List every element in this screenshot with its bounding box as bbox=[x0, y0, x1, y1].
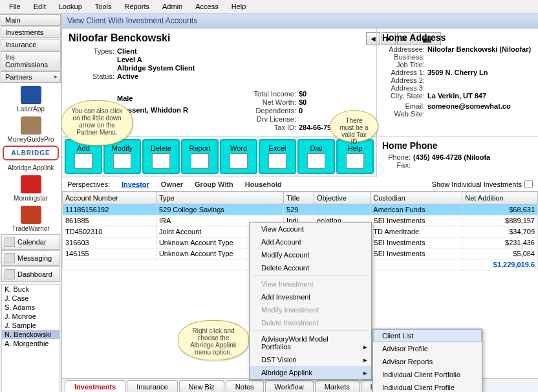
ctx-delete-investment: Delete Investment bbox=[250, 316, 371, 329]
user-item[interactable]: A. Morgenthie bbox=[2, 339, 59, 348]
tool-report[interactable]: Report bbox=[181, 139, 219, 174]
tool-word[interactable]: Word bbox=[220, 139, 257, 174]
sub-client-list[interactable]: Client List bbox=[373, 329, 482, 342]
user-list[interactable]: K. BuckJ. CaseS. AdamsJ. MonroeJ. Sample… bbox=[1, 284, 60, 392]
col-header[interactable]: Type bbox=[156, 192, 283, 204]
sub-individual-client-portfolio[interactable]: Individual Client Portfolio bbox=[373, 368, 482, 381]
context-menu[interactable]: View AccountAdd AccountModify AccountDel… bbox=[249, 222, 372, 380]
ctx-add-account[interactable]: Add Account bbox=[250, 235, 371, 248]
menu-admin[interactable]: Admin bbox=[156, 1, 189, 12]
home-address-heading: Home Address bbox=[382, 32, 533, 43]
col-header[interactable]: Objective bbox=[314, 192, 370, 204]
sub-advisor-profile[interactable]: Advisor Profile bbox=[373, 342, 482, 355]
callout-rightclick: Right click and choose the Albridge Appl… bbox=[178, 320, 249, 360]
sidebar: MainInvestmentsInsuranceIns CommissionsP… bbox=[0, 14, 62, 392]
user-item[interactable]: J. Case bbox=[2, 294, 59, 303]
tab-investments[interactable]: Investments bbox=[65, 380, 125, 392]
user-item[interactable]: K. Buck bbox=[2, 285, 59, 294]
ctx-modify-account[interactable]: Modify Account bbox=[250, 248, 371, 261]
sidegroup-partners[interactable]: Partners bbox=[1, 71, 61, 83]
callout-partner-arrow: You can also click on the little down ar… bbox=[61, 100, 133, 146]
ctx-view-investment: View Investment bbox=[250, 278, 371, 290]
col-header[interactable]: Custodian bbox=[371, 192, 462, 204]
menu-file[interactable]: File bbox=[3, 1, 27, 12]
albridge-submenu[interactable]: Client ListAdvisor ProfileAdvisor Report… bbox=[372, 329, 482, 392]
sidegroup-ins-commissions[interactable]: Ins Commissions bbox=[1, 51, 61, 71]
partner-mstar[interactable]: Morningstar bbox=[0, 173, 61, 203]
user-item[interactable]: N. Benckowski bbox=[2, 330, 59, 339]
user-item[interactable]: S. Adams bbox=[2, 303, 59, 312]
menu-edit[interactable]: Edit bbox=[27, 1, 52, 12]
tab-notes[interactable]: Notes bbox=[226, 380, 264, 392]
col-header[interactable]: Title bbox=[284, 192, 314, 204]
tool-delete[interactable]: Delete bbox=[142, 139, 180, 174]
tool-dial[interactable]: Dial bbox=[297, 139, 335, 174]
sidebtn-dashboard[interactable]: Dashboard bbox=[1, 267, 60, 282]
ctx-delete-account[interactable]: Delete Account bbox=[250, 261, 371, 274]
menubar: FileEditLookupToolsReportsAdminAccessHel… bbox=[0, 0, 538, 14]
home-phone-heading: Home Phone bbox=[382, 140, 533, 151]
ctx-view-account[interactable]: View Account bbox=[250, 223, 371, 235]
col-header[interactable]: Account Number bbox=[63, 192, 156, 204]
table-row[interactable]: 11186156192529 College Savings529America… bbox=[63, 204, 538, 215]
partner-laserapp[interactable]: LaserApp bbox=[0, 83, 61, 114]
panel-title: View Client With Investment Accounts bbox=[62, 14, 538, 28]
perspectives-bar: Perspectives: Investor Owner Group With … bbox=[62, 177, 538, 191]
ctx-modify-investment: Modify Investment bbox=[250, 303, 371, 316]
partner-moneyguide[interactable]: MoneyGuidePro bbox=[0, 114, 61, 144]
sub-advisor-reports[interactable]: Advisor Reports bbox=[373, 355, 482, 368]
partner-albridge[interactable]: ALBRIDGE bbox=[3, 146, 59, 160]
perspective-household[interactable]: Household bbox=[245, 180, 282, 188]
menu-tools[interactable]: Tools bbox=[89, 1, 118, 12]
client-name: Niloofar Benckowski bbox=[69, 32, 370, 44]
menu-reports[interactable]: Reports bbox=[118, 1, 156, 12]
perspective-groupwith[interactable]: Group With bbox=[195, 180, 233, 188]
menu-lookup[interactable]: Lookup bbox=[52, 1, 89, 12]
sidebtn-calendar[interactable]: Calendar bbox=[1, 234, 60, 250]
callout-taxid: There must be a valid Tax ID bbox=[330, 110, 378, 142]
tab-workflow[interactable]: Workflow bbox=[265, 380, 314, 392]
tool-excel[interactable]: Excel bbox=[259, 139, 296, 174]
tab-insurance[interactable]: Insurance bbox=[127, 380, 177, 392]
tab-markets[interactable]: Markets bbox=[315, 380, 360, 392]
sidegroup-main[interactable]: Main bbox=[1, 14, 61, 26]
ctx-dst-vision[interactable]: DST Vision bbox=[250, 353, 371, 366]
user-item[interactable]: J. Sample bbox=[2, 321, 59, 330]
user-item[interactable]: J. Monroe bbox=[2, 312, 59, 321]
tab-new-biz[interactable]: New Biz bbox=[179, 380, 224, 392]
perspective-owner[interactable]: Owner bbox=[161, 180, 183, 188]
show-individual-checkbox[interactable] bbox=[524, 180, 533, 188]
sidegroup-insurance[interactable]: Insurance bbox=[1, 39, 61, 50]
sidegroup-investments[interactable]: Investments bbox=[1, 27, 61, 38]
menu-help[interactable]: Help bbox=[225, 1, 253, 12]
ctx-add-investment[interactable]: Add Investment bbox=[250, 290, 371, 303]
menu-access[interactable]: Access bbox=[189, 1, 224, 12]
ctx-albridge-applink[interactable]: Albridge Applink bbox=[250, 366, 371, 379]
ctx-advisoryworld-model-portfolios[interactable]: AdvisoryWorld Model Portfolios bbox=[250, 332, 371, 353]
sidebtn-messaging[interactable]: Messaging bbox=[1, 250, 60, 266]
sub-individual-client-profile[interactable]: Individual Client Profile bbox=[373, 381, 482, 392]
partner-tradewarrior[interactable]: TradeWarrior bbox=[0, 203, 61, 234]
col-header[interactable]: Net Addition bbox=[462, 192, 538, 204]
perspective-investor[interactable]: Investor bbox=[122, 180, 149, 188]
